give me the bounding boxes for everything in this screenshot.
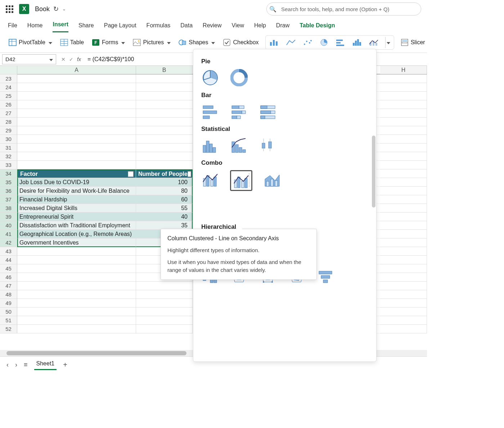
fx-icon[interactable]: fx	[77, 56, 81, 62]
row-header[interactable]: 45	[0, 264, 17, 273]
cell[interactable]: 60	[136, 195, 193, 204]
row-header[interactable]: 43	[0, 247, 17, 256]
forms-button[interactable]: F Forms	[90, 37, 126, 47]
cell[interactable]: Dissatisfaction with Traditional Employm…	[17, 221, 136, 230]
pivottable-button[interactable]: PivotTable	[7, 37, 54, 47]
filter-icon[interactable]: ▾	[188, 171, 191, 177]
tab-view[interactable]: View	[232, 22, 244, 32]
cell[interactable]	[380, 100, 427, 109]
row-header[interactable]: 44	[0, 256, 17, 264]
cell[interactable]: Geographical Location (e.g., Remote Area…	[17, 230, 136, 238]
row-header[interactable]: 25	[0, 92, 17, 100]
row-header[interactable]: 48	[0, 290, 17, 299]
tab-review[interactable]: Review	[203, 22, 221, 32]
cell[interactable]	[380, 178, 427, 187]
bar-100stacked-option[interactable]	[259, 103, 277, 120]
pie-2d-option[interactable]	[201, 69, 219, 87]
funnel-option[interactable]	[316, 268, 334, 286]
cell[interactable]	[136, 152, 193, 161]
app-launcher-icon[interactable]	[6, 5, 13, 13]
cell[interactable]	[380, 247, 427, 256]
cell[interactable]	[17, 126, 136, 135]
row-header[interactable]: 36	[0, 187, 17, 195]
popup-scrollbar[interactable]	[372, 136, 375, 208]
pareto-option[interactable]	[230, 136, 248, 154]
row-header[interactable]: 33	[0, 161, 17, 169]
cell[interactable]	[380, 187, 427, 195]
cell[interactable]: Financial Hardship	[17, 195, 136, 204]
cell[interactable]	[17, 316, 136, 325]
column-chart-icon[interactable]	[269, 38, 279, 46]
sheet-tab-active[interactable]: Sheet1	[34, 360, 57, 370]
cell[interactable]: Number of People▾	[136, 169, 193, 178]
cell[interactable]	[380, 74, 427, 83]
cell[interactable]	[380, 282, 427, 290]
tab-insert[interactable]: Insert	[53, 21, 68, 32]
table-button[interactable]: Table	[59, 37, 85, 47]
row-header[interactable]: 32	[0, 152, 17, 161]
add-sheet-button[interactable]: +	[63, 361, 67, 369]
cell[interactable]	[380, 290, 427, 299]
combo-clustered-line-option[interactable]	[201, 170, 219, 188]
row-header[interactable]: 24	[0, 83, 17, 92]
chart-gallery-dropdown[interactable]	[385, 37, 390, 48]
cell[interactable]	[136, 83, 193, 92]
line-chart-icon[interactable]	[286, 38, 296, 46]
title-dropdown-icon[interactable]: ⌄	[62, 6, 66, 12]
cell[interactable]: 100	[136, 178, 193, 187]
cell[interactable]	[17, 100, 136, 109]
cell[interactable]	[380, 152, 427, 161]
cell[interactable]	[380, 126, 427, 135]
histogram-chart-icon[interactable]	[352, 38, 362, 46]
row-header[interactable]: 40	[0, 221, 17, 230]
row-header[interactable]: 49	[0, 299, 17, 308]
tab-draw[interactable]: Draw	[276, 22, 289, 32]
cell[interactable]	[136, 308, 193, 316]
row-header[interactable]: 41	[0, 230, 17, 238]
cell[interactable]	[380, 316, 427, 325]
column-header-b[interactable]: B	[136, 66, 193, 74]
cell[interactable]	[136, 144, 193, 152]
row-header[interactable]: 51	[0, 316, 17, 325]
select-all-corner[interactable]	[0, 66, 17, 74]
combo-chart-icon[interactable]	[369, 38, 379, 46]
search-input[interactable]: Search for tools, help, and more (Option…	[266, 3, 421, 15]
cell[interactable]	[17, 161, 136, 169]
filter-icon[interactable]: ▾	[128, 171, 134, 177]
cell[interactable]: Government Incentives	[17, 238, 136, 247]
tab-pagelayout[interactable]: Page Layout	[104, 22, 136, 32]
doughnut-option[interactable]	[230, 69, 248, 87]
sheet-nav-prev[interactable]: ‹	[6, 361, 9, 369]
cell[interactable]	[380, 204, 427, 213]
row-header[interactable]: 34	[0, 169, 17, 178]
row-header[interactable]: 28	[0, 118, 17, 126]
cell[interactable]	[380, 264, 427, 273]
cell[interactable]	[17, 282, 136, 290]
cell[interactable]	[17, 109, 136, 118]
cell[interactable]	[380, 109, 427, 118]
cell[interactable]	[17, 144, 136, 152]
cell[interactable]	[136, 118, 193, 126]
slicer-button[interactable]: Slicer	[399, 37, 427, 47]
cell[interactable]	[17, 256, 136, 264]
cell[interactable]	[380, 256, 427, 264]
bar-stacked-option[interactable]	[230, 103, 248, 120]
cell[interactable]	[136, 161, 193, 169]
cell[interactable]	[17, 135, 136, 144]
sheet-nav-next[interactable]: ›	[15, 361, 17, 369]
cell[interactable]	[380, 83, 427, 92]
row-header[interactable]: 50	[0, 308, 17, 316]
cell[interactable]	[17, 273, 136, 282]
tab-home[interactable]: Home	[27, 22, 43, 32]
all-sheets-icon[interactable]: ≡	[24, 361, 28, 369]
cell[interactable]	[17, 325, 136, 333]
accept-formula-icon[interactable]: ✓	[69, 56, 73, 62]
shapes-button[interactable]: Shapes	[177, 37, 216, 47]
row-header[interactable]: 46	[0, 273, 17, 282]
row-header[interactable]: 38	[0, 204, 17, 213]
cell[interactable]	[17, 83, 136, 92]
cell[interactable]	[17, 308, 136, 316]
cell[interactable]	[380, 135, 427, 144]
boxwhisker-option[interactable]	[259, 136, 277, 154]
checkbox-button[interactable]: Checkbox	[221, 37, 260, 47]
